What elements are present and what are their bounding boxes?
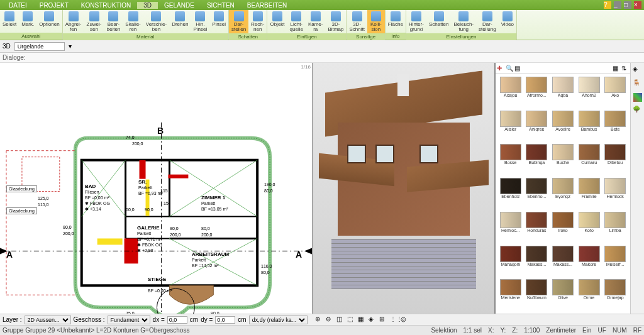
ribbon-verschie[interactable]: Verschie-ben: [143, 10, 169, 33]
menu-datei[interactable]: DATEI: [3, 2, 33, 9]
tool-icon[interactable]: ⊞: [379, 316, 388, 324]
ribbon-pinsel[interactable]: Pinsel: [209, 10, 228, 33]
swatch-meiserf[interactable]: Meiserf...: [602, 246, 628, 278]
menu-sichten[interactable]: SICHTEN: [201, 2, 241, 9]
plants-icon[interactable]: 🌳: [633, 106, 643, 116]
swatch-honduras[interactable]: Honduras: [525, 212, 550, 244]
swatch-cumaru[interactable]: Cumaru: [577, 144, 602, 177]
dy-input[interactable]: [215, 316, 235, 324]
swatch-bubinga[interactable]: Bubinga: [525, 144, 550, 177]
coord-mode-select[interactable]: dx,dy (relativ ka...: [249, 316, 308, 324]
menu-konstruktion[interactable]: KONSTRUKTION: [75, 2, 137, 9]
swatch-agba[interactable]: Agba: [550, 77, 575, 109]
tool-icon[interactable]: ◈: [369, 316, 377, 324]
ribbon-kame[interactable]: Kame-ra: [306, 10, 326, 33]
maximize-icon[interactable]: □: [624, 1, 631, 9]
swatch-bosse[interactable]: Bosse: [498, 144, 523, 177]
ribbon-bear[interactable]: Bear-beiten: [104, 10, 123, 33]
ribbon-skalie[interactable]: Skalie-ren: [123, 10, 143, 33]
ribbon-video[interactable]: Video: [499, 10, 516, 33]
search-icon[interactable]: 🔍: [506, 65, 513, 72]
tool-icon[interactable]: ⬚: [347, 316, 356, 324]
swatch-merisiene[interactable]: Merisiene: [498, 279, 523, 312]
swatch-ahorn[interactable]: Ahorn2: [577, 77, 602, 109]
swatch-grid[interactable]: AcajouAfrormo...AgbaAhorn2AkoAlisierAnig…: [496, 74, 630, 314]
ribbon-rech[interactable]: Rech-nen: [248, 10, 267, 33]
help-icon[interactable]: ?: [604, 1, 611, 9]
menu-bearbeiten[interactable]: BEARBEITEN: [241, 2, 293, 9]
menu-projekt[interactable]: PROJEKT: [33, 2, 75, 9]
ribbon-kolli[interactable]: Kolli-sion: [367, 10, 385, 33]
ribbon-optionen[interactable]: Optionen: [36, 10, 62, 33]
ribbon-flche[interactable]: Fläche: [386, 10, 406, 33]
ribbon-d[interactable]: 3D-Bitmap: [325, 10, 346, 33]
menu-gelaende[interactable]: GELÄNDE: [158, 2, 201, 9]
material-catalog: ✚ 🔍 ▤ ▦ ⇅ AcajouAfrormo...AgbaAhorn2AkoA…: [495, 63, 630, 314]
swatch-olive[interactable]: Olive: [550, 279, 575, 312]
ribbon-d[interactable]: 3D-Schnitt: [347, 10, 367, 33]
ribbon-mark[interactable]: Mark.: [19, 10, 36, 33]
swatch-dibetou[interactable]: Dibetou: [602, 144, 628, 177]
swatch-ako[interactable]: Ako: [602, 77, 628, 109]
swatch-makass[interactable]: Makass...: [550, 246, 575, 278]
ribbon-schatten[interactable]: Schatten: [426, 10, 452, 33]
view-icon[interactable]: ▦: [613, 65, 620, 72]
swatch-ebenho[interactable]: Ebenho...: [525, 178, 550, 211]
swatch-makore[interactable]: Makore: [577, 246, 602, 278]
swatch-hemlock[interactable]: Hemlock: [602, 178, 628, 211]
layers-icon[interactable]: ◈: [633, 65, 643, 75]
dx-input[interactable]: [167, 316, 187, 324]
minimize-icon[interactable]: _: [614, 1, 621, 9]
swatch-eyong[interactable]: Eyong2: [550, 178, 575, 211]
ribbon-dar[interactable]: Dar-stellung: [476, 10, 499, 33]
ribbon-dar[interactable]: Dar-stellen: [229, 10, 248, 33]
tool-icon[interactable]: ▦: [358, 316, 367, 324]
swatch-iroko[interactable]: Iroko: [550, 212, 575, 244]
tool-icon[interactable]: ⊖: [326, 316, 335, 324]
sort-icon[interactable]: ⇅: [621, 65, 629, 72]
swatch-nubaum[interactable]: Nußbaum: [525, 279, 550, 312]
menu-3d[interactable]: 3D: [137, 2, 158, 9]
swatch-hemloc[interactable]: Hemloc...: [498, 212, 523, 244]
ribbon-beleuch[interactable]: Beleuch-tung: [451, 10, 476, 33]
ribbon-zuwei[interactable]: Zuwei-sen: [84, 10, 104, 33]
swatch-bambus[interactable]: Bambus: [577, 111, 602, 143]
ribbon-selekt[interactable]: Selekt: [0, 10, 19, 33]
swatch-framire[interactable]: Framire: [577, 178, 602, 211]
swatch-afrormo[interactable]: Afrormo...: [525, 77, 550, 109]
chevron-down-icon[interactable]: ▾: [69, 43, 72, 50]
floorplan-pane[interactable]: Glasdeckung Glasdeckung BADFliesenBF =0,…: [0, 63, 313, 314]
swatch-bete[interactable]: Bete: [602, 111, 628, 143]
layer-select[interactable]: Urgelände: [14, 42, 65, 51]
ribbon-drehen[interactable]: Drehen: [169, 10, 191, 33]
swatch-buche[interactable]: Buche: [550, 144, 575, 177]
swatch-ebenholz[interactable]: Ebenholz: [498, 178, 523, 211]
tool-icon[interactable]: ⊕: [315, 316, 324, 324]
close-icon[interactable]: ×: [634, 1, 641, 9]
swatch-acajou[interactable]: Acajou: [498, 77, 523, 109]
3d-pane[interactable]: [313, 63, 495, 314]
swatch-ormejap[interactable]: Ormejap: [602, 279, 628, 312]
ribbon-hinter[interactable]: Hinter-grund: [406, 10, 426, 33]
layer-select-bottom[interactable]: 2D Aussen...: [25, 316, 71, 324]
plus-icon[interactable]: ✚: [497, 65, 504, 72]
ribbon-licht[interactable]: Licht-quelle: [287, 10, 306, 33]
swatch-koto[interactable]: Koto: [577, 212, 602, 244]
ribbon-hin[interactable]: Hin.Pinsel: [191, 10, 209, 33]
furniture-icon[interactable]: 🪑: [633, 79, 643, 89]
swatch-makass[interactable]: Makass...: [525, 246, 550, 278]
filter-icon[interactable]: ▤: [514, 65, 522, 72]
swatch-anigree[interactable]: Anigree: [525, 111, 550, 143]
ribbon-abgrei[interactable]: Abgrei-fen: [63, 10, 84, 33]
tool-icon[interactable]: ◎: [401, 316, 409, 324]
tool-icon[interactable]: ⋮⋮: [390, 316, 399, 324]
swatch-avodire[interactable]: Avodire: [550, 111, 575, 143]
tool-icon[interactable]: ◫: [336, 316, 345, 324]
swatch-orme[interactable]: Orme: [577, 279, 602, 312]
materials-icon[interactable]: [633, 93, 642, 102]
swatch-mahagoni[interactable]: Mahagoni: [498, 246, 523, 278]
ribbon-objekt[interactable]: Objekt: [267, 10, 287, 33]
swatch-limba[interactable]: Limba: [602, 212, 628, 244]
swatch-alisier[interactable]: Alisier: [498, 111, 523, 143]
geschoss-select[interactable]: Fundament: [108, 316, 150, 324]
